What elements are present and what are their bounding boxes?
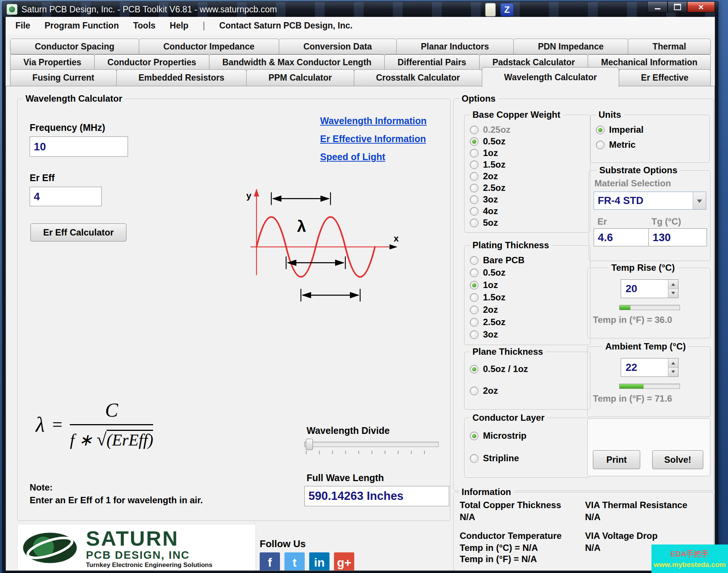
tab-conductor-properties[interactable]: Conductor Properties [94,54,209,70]
desktop-document-icon [485,3,496,16]
via-thermal-resistance-label: VIA Thermal Resistance [585,500,687,510]
menu-program-function[interactable]: Program Function [45,21,119,31]
tab-embedded-resistors[interactable]: Embedded Resistors [116,69,247,86]
tab-er-effective[interactable]: Er Effective [619,69,711,86]
spinner-down-icon[interactable] [668,289,678,298]
wavelength-divide-label: Wavelength Divide [307,425,390,436]
radio-stripline[interactable]: Stripline [470,453,519,464]
radio-plating-bare-pcb[interactable]: Bare PCB [470,255,525,266]
ambient-temp-spinner[interactable]: 22 [621,358,678,377]
saturn-pcb-logo: SATURN PCB DESIGN, INC Turnkey Electroni… [17,524,256,571]
tab-conductor-impedance[interactable]: Conductor Impedance [139,39,279,54]
radio-base-copper-3oz[interactable]: 3oz [470,194,498,205]
radio-base-copper-2oz[interactable]: 2oz [470,171,498,182]
note-text: Enter an Er Eff of 1 for wavelength in a… [30,495,203,506]
tab-ppm-calculator[interactable]: PPM Calculator [246,69,354,86]
radio-base-copper-5oz[interactable]: 5oz [470,217,498,228]
tab-differential-pairs[interactable]: Differential Pairs [384,54,480,70]
tg-value-input[interactable]: 130 [648,228,707,246]
radio-base-copper-1.5oz[interactable]: 1.5oz [470,159,505,170]
minimize-button[interactable] [647,2,668,12]
radio-plating-3oz[interactable]: 3oz [470,329,498,340]
menu-bar: File Program Function Tools Help | Conta… [6,17,715,34]
print-button[interactable]: Print [593,450,640,469]
material-selection-dropdown[interactable]: FR-4 STD [594,192,706,210]
tab-crosstalk-calculator[interactable]: Crosstalk Calculator [354,69,482,86]
menu-tools[interactable]: Tools [133,21,156,31]
radio-base-copper-2.5oz[interactable]: 2.5oz [470,182,505,194]
menu-contact[interactable]: Contact Saturn PCB Design, Inc. [219,21,352,31]
radio-plane-2oz[interactable]: 2oz [470,385,498,396]
radio-icon [470,219,478,227]
menu-help[interactable]: Help [170,21,188,31]
wavelength-calculator-group-caption: Wavelength Calculator [23,93,125,104]
tab-conductor-spacing[interactable]: Conductor Spacing [10,39,139,54]
radio-icon [470,306,478,314]
tab-fusing-current[interactable]: Fusing Current [10,69,117,86]
radio-plating-0.5oz[interactable]: 0.5oz [470,267,505,278]
radio-plane-0.5oz-1oz[interactable]: 0.5oz / 1oz [470,363,528,375]
facebook-icon[interactable]: f [260,552,280,571]
wavelength-divide-slider[interactable] [304,442,439,447]
formula-denominator: f ∗ √(ErEff) [70,425,153,450]
radio-icon [596,126,605,134]
radio-units-imperial[interactable]: Imperial [596,124,644,135]
wavelength-divide-slider-thumb[interactable] [306,439,313,450]
main-content: Wavelength Calculator Frequency (MHz) 10… [6,86,715,571]
spinner-up-icon[interactable] [668,280,678,289]
tab-thermal[interactable]: Thermal [628,39,711,54]
twitter-icon[interactable]: t [284,552,305,571]
er-eff-calculator-button[interactable]: Er Eff Calculator [30,224,126,242]
tab-via-properties[interactable]: Via Properties [10,54,95,70]
er-effective-information-link[interactable]: Er Effective Information [320,134,426,144]
ambient-temp-caption: Ambient Temp (°C) [603,341,688,352]
radio-plating-2oz[interactable]: 2oz [470,304,498,315]
radio-icon [470,207,478,216]
tab-strip: Conductor Spacing Conductor Impedance Co… [6,34,715,86]
radio-icon [470,293,478,302]
solve-button[interactable]: Solve! [652,450,703,469]
conductor-temperature-celsius: Temp in (°C) = N/A [460,543,538,553]
social-icons-row: f t in g+ [260,552,354,571]
spinner-up-icon[interactable] [668,358,678,368]
maximize-button[interactable] [668,2,687,12]
conductor-temperature-label: Conductor Temperature [460,531,562,541]
temp-rise-slider-fill [620,305,630,310]
tab-pdn-impedance[interactable]: PDN Impedance [513,39,628,54]
radio-base-copper-4oz[interactable]: 4oz [470,206,498,217]
close-button[interactable] [687,2,715,12]
tab-bandwidth-max-conductor-length[interactable]: Bandwidth & Max Conductor Length [209,54,385,70]
google-plus-icon[interactable]: g+ [334,552,354,571]
radio-base-copper-0.5oz[interactable]: 0.5oz [470,136,505,147]
wavelength-information-link[interactable]: Wavelength Information [320,116,427,126]
ambient-temp-value[interactable]: 22 [621,358,668,376]
radio-plating-1.5oz[interactable]: 1.5oz [470,292,505,303]
frequency-input[interactable]: 10 [30,136,128,157]
tab-wavelength-calculator-active[interactable]: Wavelength Calculator [482,67,619,87]
temp-rise-slider[interactable] [619,305,680,310]
er-eff-input[interactable]: 4 [30,187,102,206]
follow-us-label: Follow Us [260,538,306,550]
radio-plating-2.5oz[interactable]: 2.5oz [470,316,505,328]
radio-plating-1oz[interactable]: 1oz [470,279,498,291]
speed-of-light-link[interactable]: Speed of Light [320,152,385,162]
conductor-layer-group: Conductor Layer Microstrip Stripline [464,418,590,478]
radio-base-copper-0.25oz[interactable]: 0.25oz [470,124,510,135]
temp-rise-caption: Temp Rise (°C) [609,262,677,273]
maximize-icon [674,4,681,10]
linkedin-icon[interactable]: in [309,552,329,571]
spinner-down-icon[interactable] [668,368,678,377]
menu-file[interactable]: File [15,21,30,31]
tab-conversion-data[interactable]: Conversion Data [279,39,397,54]
radio-units-metric[interactable]: Metric [596,139,636,150]
tab-planar-inductors[interactable]: Planar Inductors [396,39,514,54]
temp-rise-spinner[interactable]: 20 [621,279,678,298]
radio-microstrip[interactable]: Microstrip [470,430,526,441]
via-voltage-drop-label: VIA Voltage Drop [585,531,657,541]
temp-rise-value[interactable]: 20 [621,280,668,298]
radio-icon [470,126,478,134]
radio-base-copper-1oz[interactable]: 1oz [470,147,498,159]
dropdown-arrow-icon[interactable] [693,192,706,209]
ambient-temp-slider[interactable] [619,384,680,389]
er-value-input[interactable]: 4.6 [594,228,652,246]
